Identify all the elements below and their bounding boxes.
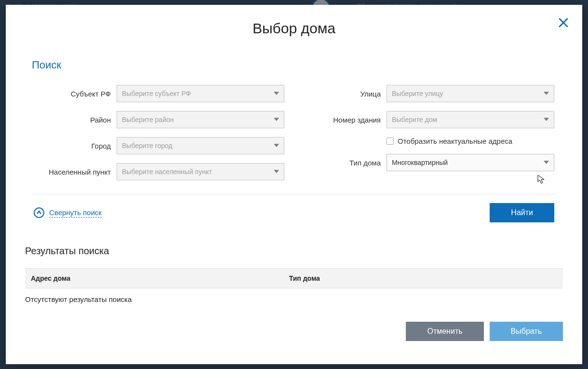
building-no-placeholder: Выберите дом — [392, 116, 437, 123]
results-table: Адрес дома Тип дома Отсутствуют результа… — [25, 268, 563, 310]
locality-placeholder: Выберите населенный пункт — [122, 168, 212, 176]
house-type-label: Тип дома — [304, 159, 381, 167]
locality-label: Населенный пункт — [34, 168, 111, 176]
col-actions — [503, 269, 563, 288]
subject-select[interactable]: Выберите субъект РФ — [117, 85, 284, 102]
chevron-down-icon — [274, 90, 279, 97]
district-select[interactable]: Выберите район — [117, 111, 284, 128]
chevron-down-icon — [544, 90, 549, 97]
city-select[interactable]: Выберите город — [117, 137, 284, 154]
col-address: Адрес дома — [25, 269, 283, 288]
chevron-down-icon — [544, 159, 549, 166]
subject-placeholder: Выберите субъект РФ — [122, 90, 191, 97]
search-button[interactable]: Найти — [490, 203, 554, 222]
field-district: Район Выберите район — [34, 111, 284, 128]
district-placeholder: Выберите район — [122, 116, 174, 123]
modal-house-select: Выбор дома Поиск Субъект РФ Выберите суб… — [6, 5, 582, 364]
collapse-search-link[interactable]: Свернуть поиск — [34, 207, 102, 218]
city-label: Город — [34, 142, 111, 150]
show-inactive-checkbox[interactable] — [387, 137, 394, 145]
field-street: Улица Выберите улицу — [304, 85, 554, 102]
col-type: Тип дома — [283, 269, 503, 288]
collapse-search-label: Свернуть поиск — [49, 208, 102, 218]
field-locality: Населенный пункт Выберите населенный пун… — [34, 163, 284, 180]
street-label: Улица — [304, 90, 381, 98]
chevron-down-icon — [274, 168, 279, 176]
field-building-no: Номер здания Выберите дом — [304, 111, 554, 128]
close-button[interactable] — [557, 16, 570, 31]
city-placeholder: Выберите город — [122, 142, 173, 150]
field-subject: Субъект РФ Выберите субъект РФ — [34, 85, 284, 102]
search-section-title: Поиск — [32, 59, 563, 71]
house-type-select[interactable]: Многоквартирный — [387, 154, 554, 171]
chevron-down-icon — [274, 142, 279, 150]
field-city: Город Выберите город — [34, 137, 284, 154]
form-col-left: Субъект РФ Выберите субъект РФ Район Выб… — [34, 85, 284, 180]
chevron-down-icon — [274, 116, 279, 123]
building-no-select[interactable]: Выберите дом — [387, 111, 554, 128]
field-house-type: Тип дома Многоквартирный — [304, 154, 554, 171]
empty-results-row: Отсутствуют результаты поиска — [25, 288, 563, 311]
form-col-right: Улица Выберите улицу Номер здания Выбери… — [304, 85, 554, 180]
results-title: Результаты поиска — [25, 246, 563, 257]
district-label: Район — [34, 116, 111, 124]
search-form: Субъект РФ Выберите субъект РФ Район Выб… — [25, 85, 563, 180]
modal-title: Выбор дома — [25, 20, 563, 37]
footer-actions: Отменить Выбрать — [25, 322, 563, 341]
field-show-inactive: Отобразить неактуальные адреса — [387, 137, 554, 145]
cancel-button[interactable]: Отменить — [406, 322, 483, 341]
select-button[interactable]: Выбрать — [490, 322, 563, 341]
close-icon — [557, 22, 570, 30]
house-type-value: Многоквартирный — [392, 159, 448, 166]
subject-label: Субъект РФ — [34, 90, 111, 98]
divider — [32, 194, 556, 194]
search-actions: Свернуть поиск Найти — [25, 203, 563, 222]
chevron-up-circle-icon — [34, 207, 44, 218]
locality-select[interactable]: Выберите населенный пункт — [117, 163, 284, 180]
street-select[interactable]: Выберите улицу — [387, 85, 554, 102]
empty-results-text: Отсутствуют результаты поиска — [25, 288, 563, 311]
chevron-down-icon — [544, 116, 549, 123]
show-inactive-label: Отобразить неактуальные адреса — [398, 137, 512, 145]
street-placeholder: Выберите улицу — [392, 90, 443, 97]
building-no-label: Номер здания — [304, 116, 381, 124]
